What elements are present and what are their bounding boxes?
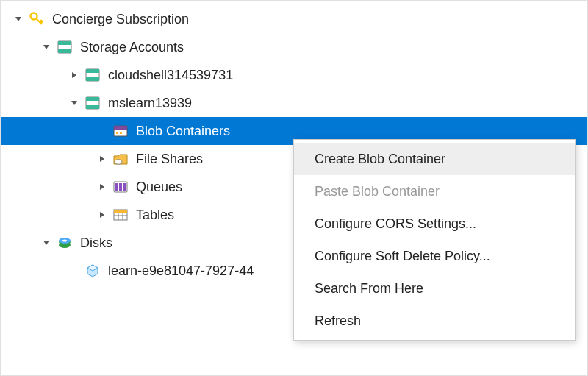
storage-account-icon [85, 67, 101, 83]
context-menu: Create Blob Container Paste Blob Contain… [293, 139, 576, 341]
menu-configure-soft-delete[interactable]: Configure Soft Delete Policy... [294, 240, 575, 272]
menu-label: Configure Soft Delete Policy... [315, 249, 490, 264]
svg-rect-11 [114, 126, 127, 130]
svg-rect-3 [58, 49, 71, 53]
disk-icon [85, 263, 101, 279]
menu-label: Search From Here [315, 281, 423, 297]
key-icon [29, 11, 45, 27]
svg-point-14 [115, 160, 122, 164]
svg-rect-13 [120, 132, 122, 134]
svg-rect-6 [86, 77, 99, 81]
expander-icon[interactable] [42, 43, 51, 52]
blob-container-icon [112, 123, 129, 139]
tree-label: Tables [136, 207, 174, 223]
svg-rect-8 [86, 97, 99, 101]
expander-icon[interactable] [14, 15, 23, 24]
queues-icon [112, 179, 129, 195]
tree-label: Blob Containers [136, 124, 230, 139]
menu-configure-cors[interactable]: Configure CORS Settings... [294, 207, 575, 240]
expander-icon[interactable] [98, 155, 107, 163]
tree-label: cloudshell314539731 [108, 68, 233, 83]
menu-label: Refresh [315, 313, 361, 329]
storage-account-icon [57, 39, 73, 55]
menu-label: Paste Blob Container [315, 184, 440, 199]
menu-refresh[interactable]: Refresh [294, 305, 575, 337]
menu-search-from-here[interactable]: Search From Here [294, 272, 575, 305]
tree-label: Queues [136, 180, 182, 195]
expander-icon[interactable] [70, 71, 79, 79]
storage-account-icon [85, 95, 101, 111]
menu-create-blob-container[interactable]: Create Blob Container [294, 143, 575, 175]
svg-rect-20 [114, 210, 127, 213]
tree-label: Disks [80, 235, 112, 251]
svg-rect-16 [115, 183, 118, 191]
menu-paste-blob-container: Paste Blob Container [294, 175, 575, 207]
tree-label: File Shares [136, 152, 203, 167]
tables-icon [112, 207, 129, 223]
menu-label: Create Blob Container [315, 152, 445, 167]
tree-label: Storage Accounts [80, 40, 184, 55]
expander-icon[interactable] [70, 99, 79, 107]
svg-point-27 [62, 240, 67, 242]
svg-rect-5 [86, 69, 99, 73]
file-shares-icon [112, 151, 129, 167]
svg-rect-12 [116, 132, 118, 134]
tree-label: Concierge Subscription [52, 12, 189, 27]
expander-icon[interactable] [98, 210, 107, 219]
disks-icon [57, 235, 73, 251]
svg-rect-17 [119, 183, 122, 191]
expander-icon[interactable] [42, 238, 51, 247]
tree-item-storage-accounts[interactable]: Storage Accounts [1, 33, 587, 61]
menu-label: Configure CORS Settings... [315, 216, 476, 232]
svg-rect-9 [86, 105, 99, 109]
tree-label: learn-e9e81047-7927-44 [108, 263, 254, 279]
tree-item-account-mslearn[interactable]: mslearn13939 [1, 89, 587, 117]
svg-rect-18 [123, 183, 126, 191]
tree-item-subscription[interactable]: Concierge Subscription [1, 5, 587, 33]
expander-icon[interactable] [98, 182, 107, 191]
tree-item-account-cloudshell[interactable]: cloudshell314539731 [1, 61, 587, 89]
svg-rect-2 [58, 41, 71, 45]
tree-label: mslearn13939 [108, 96, 192, 111]
